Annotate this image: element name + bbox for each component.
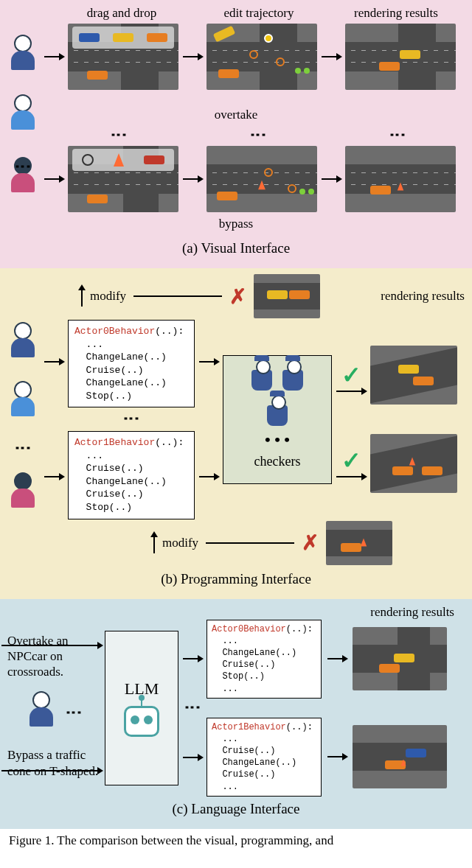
code-actor1[interactable]: Actor1Behavior(..): ... Cruise(..) Chang… [68,431,195,519]
car-icon[interactable] [113,33,133,42]
car-ego [217,192,237,200]
accept-col: ✓ ✓ [336,361,366,477]
label-checkers: checkers [254,454,301,469]
car-icon[interactable] [144,155,164,164]
arrow-icon [183,658,202,659]
scene-render-2 [345,146,456,212]
waypoint-icon [304,68,310,74]
text-input-2[interactable]: Bypass a traffic cone on T-shaped. [7,747,100,779]
avatar-user1 [7,322,38,366]
waypoint-icon[interactable] [249,50,258,59]
header-drag-drop: drag and drop [53,6,190,21]
label-overtake: overtake [7,108,465,122]
text-input-1[interactable]: Overtake an NPCcar on crossroads. [7,633,100,680]
worker-icon [267,405,288,426]
accept-icon: ✓ [341,447,361,475]
bike-icon[interactable] [82,154,94,166]
arrow-icon [327,756,347,757]
modify-top: modify ✗ rendering results [81,274,465,318]
arrows-col [199,361,218,477]
scene-render-1 [345,24,456,90]
car-icon[interactable] [79,33,100,42]
car-npc [213,26,235,43]
car-ego [218,69,239,78]
modify-bottom: modify ✗ [81,521,465,565]
arrow-icon [1,645,102,646]
asset-tray[interactable] [72,149,174,171]
label-bypass: bypass [7,217,465,231]
vdots-icon: ⋮ [66,704,82,722]
scene-drag-drop-2[interactable] [68,146,178,212]
vdots-icon: ⋮ [123,410,139,428]
header-rendering-results: rendering results [327,6,465,21]
code-actor0[interactable]: Actor0Behavior(..): ... ChangeLane(..) C… [68,320,195,407]
avatar-user3 [7,472,38,517]
panel-programming-interface: modify ✗ rendering results ⋮ Actor0Behav… [0,268,472,599]
arrow-icon [199,476,218,477]
avatar-user2 [7,94,38,139]
caption-c: (c) Language Interface [7,797,465,826]
output-col: Actor0Behavior(..): ... ChangeLane(..) C… [206,620,447,797]
car-icon [379,664,400,673]
panel-a-row2 [7,146,465,212]
waypoint-icon[interactable] [288,184,296,193]
waypoint-icon[interactable] [264,34,273,43]
waypoint-icon [299,189,305,195]
asset-tray[interactable] [72,27,174,49]
vdots-icon: ⋮ [111,127,127,144]
car-icon [406,749,426,757]
panel-b-main: ⋮ Actor0Behavior(..): ... ChangeLane(..)… [7,320,465,519]
car-icon [289,290,310,299]
waypoint-icon [295,68,301,74]
scene-drag-drop-1[interactable] [68,24,178,90]
car-icon [400,50,420,59]
header-rendering-results: rendering results [7,605,465,620]
code-col: Actor0Behavior(..): ... ChangeLane(..) C… [68,320,195,519]
car-ego [87,195,108,203]
scene-render-b2 [370,434,457,493]
llm-box: LLM [105,631,178,785]
code-fn: Actor0Behavior [212,624,286,634]
arrow-icon [322,56,341,57]
vdots-icon: ⋮ [15,158,31,176]
panel-a-row1 [7,24,465,90]
arrow-icon [322,178,341,180]
avatar-user [26,691,57,735]
panel-language-interface: rendering results Overtake an NPCcar on … [0,599,472,829]
cone-icon[interactable] [114,153,124,167]
code-actor1: Actor1Behavior(..): ... Cruise(..) Chang… [206,718,322,797]
label-modify: modify [162,536,198,550]
vdots-icon: ⋮ [184,699,201,717]
arrow-icon [44,178,63,180]
header-rendering-results: rendering results [381,289,465,304]
arrows-col [44,361,63,477]
robot-icon [124,706,159,737]
car-icon [394,654,414,662]
arrow-down-icon [153,533,155,553]
waypoint-icon[interactable] [264,168,273,177]
arrow-up-icon [81,286,83,307]
panel-c-main: Overtake an NPCcar on crossroads. ⋮ Bypa… [7,620,465,797]
arrow-icon [336,476,366,477]
arrow-icon [44,56,63,57]
accept-icon: ✓ [341,361,361,389]
scene-render-b1 [370,346,457,405]
reject-icon: ✗ [302,531,319,555]
car-icon[interactable] [147,33,167,42]
reject-icon: ✗ [229,284,246,309]
arrow-icon [183,757,202,758]
cone-icon [258,181,266,190]
arrow-icon [183,56,202,57]
avatar-column: ⋮ [7,322,38,517]
scene-edit-trajectory-1[interactable] [206,24,317,90]
label-modify: modify [90,289,126,304]
car-icon [370,186,391,195]
waypoint-icon[interactable] [276,57,285,66]
input-col: Overtake an NPCcar on crossroads. ⋮ Bypa… [7,633,100,783]
dots-icon: • • • [265,430,290,449]
scene-reject-1 [254,274,320,318]
scene-edit-trajectory-2[interactable] [206,146,317,212]
cone-icon [401,760,406,766]
panel-a-headers: drag and drop edit trajectory rendering … [53,6,465,21]
panel-visual-interface: drag and drop edit trajectory rendering … [0,0,472,268]
